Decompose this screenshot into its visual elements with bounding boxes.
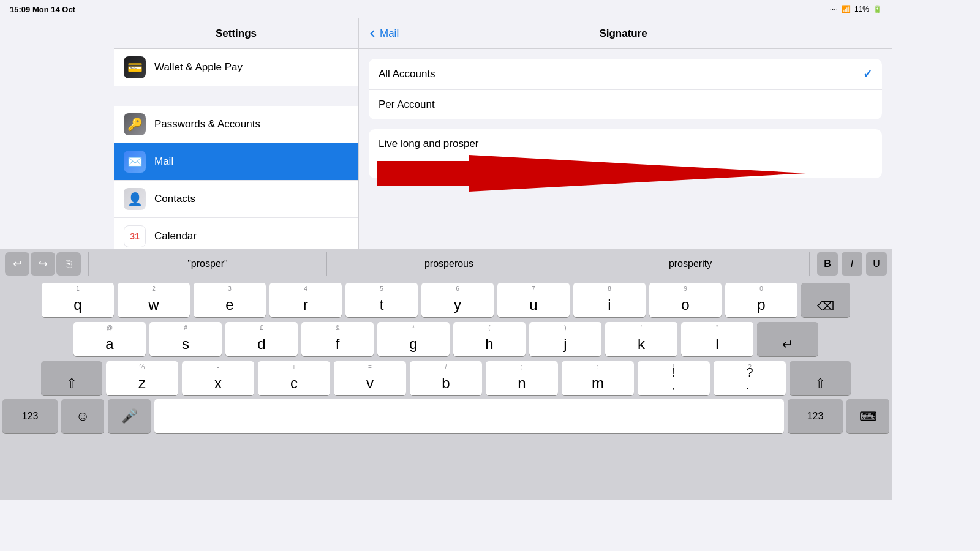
right-header: Mail Signature: [359, 18, 892, 49]
keyboard: ↩ ↪ ⎘ "prosper" prosperous prosperity B …: [0, 249, 892, 500]
signal-icon: ····: [830, 5, 838, 13]
back-button[interactable]: Mail: [371, 28, 399, 40]
key-i[interactable]: 8 i: [573, 283, 646, 317]
sidebar-item-label: Mail: [154, 156, 173, 168]
back-label: Mail: [380, 28, 399, 40]
key-h[interactable]: ( h: [453, 322, 526, 356]
key-exclaim[interactable]: ! !,: [638, 361, 710, 395]
undo-button[interactable]: ↩: [5, 252, 29, 276]
key-letter: w: [148, 298, 159, 312]
per-account-label: Per Account: [379, 99, 872, 111]
key-number: 2: [152, 286, 156, 292]
autocomplete-actions: ↩ ↪ ⎘: [5, 252, 81, 276]
space-key[interactable]: [154, 399, 784, 433]
key-k[interactable]: ' k: [605, 322, 677, 356]
key-shift-left[interactable]: ⇧: [41, 361, 102, 395]
key-x[interactable]: - x: [182, 361, 254, 395]
sidebar-gap-1: [114, 86, 358, 106]
sidebar-item-label: Calendar: [154, 230, 197, 242]
key-123-right[interactable]: 123: [788, 399, 843, 433]
mic-key[interactable]: 🎤: [108, 399, 151, 433]
key-number: %: [140, 364, 145, 370]
key-u[interactable]: 7 u: [497, 283, 570, 317]
key-q[interactable]: 1 q: [42, 283, 114, 317]
key-o[interactable]: 9 o: [649, 283, 722, 317]
key-number: -: [217, 364, 219, 370]
key-l[interactable]: " l: [681, 322, 753, 356]
sidebar-item-wallet[interactable]: 💳 Wallet & Apple Pay: [114, 49, 358, 86]
emoji-key[interactable]: ☺: [61, 399, 104, 433]
signature-text: Live long and prosper: [379, 138, 479, 149]
italic-button[interactable]: I: [842, 252, 862, 276]
key-shift-right[interactable]: ⇧: [790, 361, 851, 395]
status-bar: 15:09 Mon 14 Oct ···· 📶 11% 🔋: [0, 0, 892, 18]
suggestion-2[interactable]: prosperous: [330, 252, 568, 276]
key-number: 8: [608, 286, 611, 292]
suggestion-3[interactable]: prosperity: [571, 252, 810, 276]
sidebar-header: Settings: [114, 18, 358, 49]
key-s[interactable]: # s: [149, 322, 222, 356]
sidebar-item-contacts[interactable]: 👤 Contacts: [114, 181, 358, 218]
wifi-icon: 📶: [842, 5, 851, 13]
key-t[interactable]: 5 t: [345, 283, 418, 317]
key-number: £: [260, 325, 263, 331]
underline-button[interactable]: U: [866, 252, 887, 276]
key-number: #: [184, 325, 187, 331]
key-number: +: [292, 364, 296, 370]
all-accounts-option[interactable]: All Accounts ✓: [369, 59, 882, 90]
contacts-icon: 👤: [124, 188, 146, 210]
keyboard-dismiss-key[interactable]: ⌨: [846, 399, 889, 433]
checkmark-icon: ✓: [863, 67, 872, 81]
key-number: ': [641, 325, 642, 331]
key-letter: b: [442, 376, 450, 391]
key-n[interactable]: ; n: [486, 361, 558, 395]
key-number: (: [488, 325, 490, 331]
bold-button[interactable]: B: [817, 252, 838, 276]
mail-icon: ✉️: [124, 151, 146, 173]
key-z[interactable]: % z: [106, 361, 178, 395]
key-b[interactable]: / b: [410, 361, 482, 395]
wallet-icon: 💳: [124, 56, 146, 78]
key-letter: q: [74, 298, 81, 312]
page-title: Signature: [404, 28, 843, 40]
redo-button[interactable]: ↪: [31, 252, 55, 276]
key-d[interactable]: £ d: [225, 322, 298, 356]
signature-text-section[interactable]: Live long and prosper: [369, 129, 882, 178]
key-letter: f: [336, 337, 340, 351]
key-letter: t: [380, 298, 384, 312]
shift-icon: ⇧: [815, 377, 826, 391]
key-m[interactable]: : m: [562, 361, 634, 395]
sidebar-item-passwords[interactable]: 🔑 Passwords & Accounts: [114, 106, 358, 143]
key-number: &: [336, 325, 340, 331]
key-y[interactable]: 6 y: [421, 283, 494, 317]
key-letter: s: [182, 337, 189, 351]
key-backspace[interactable]: ⌫: [801, 283, 850, 317]
key-c[interactable]: + c: [258, 361, 330, 395]
key-number: 4: [304, 286, 307, 292]
sidebar-item-mail[interactable]: ✉️ Mail: [114, 143, 358, 181]
shift-icon: ⇧: [66, 377, 77, 391]
key-letter: d: [257, 337, 265, 351]
key-question[interactable]: ? ?.: [714, 361, 786, 395]
keyboard-rows: 1 q 2 w 3 e 4 r 5 t 6 y: [0, 279, 892, 399]
key-123-left[interactable]: 123: [2, 399, 58, 433]
key-number: 3: [228, 286, 232, 292]
key-letter: g: [409, 337, 417, 351]
key-r[interactable]: 4 r: [270, 283, 342, 317]
key-number: ): [564, 325, 566, 331]
paste-button[interactable]: ⎘: [56, 252, 81, 276]
per-account-option[interactable]: Per Account: [369, 90, 882, 119]
key-v[interactable]: = v: [334, 361, 406, 395]
key-j[interactable]: ) j: [529, 322, 601, 356]
key-g[interactable]: * g: [377, 322, 450, 356]
key-f[interactable]: & f: [301, 322, 374, 356]
key-return[interactable]: ↵: [757, 322, 818, 356]
key-e[interactable]: 3 e: [194, 283, 266, 317]
key-p[interactable]: 0 p: [725, 283, 797, 317]
key-w[interactable]: 2 w: [118, 283, 190, 317]
key-letter: y: [454, 298, 461, 312]
key-a[interactable]: @ a: [74, 322, 146, 356]
key-letter: z: [138, 376, 146, 391]
suggestion-1[interactable]: "prosper": [88, 252, 327, 276]
key-number: 6: [456, 286, 459, 292]
